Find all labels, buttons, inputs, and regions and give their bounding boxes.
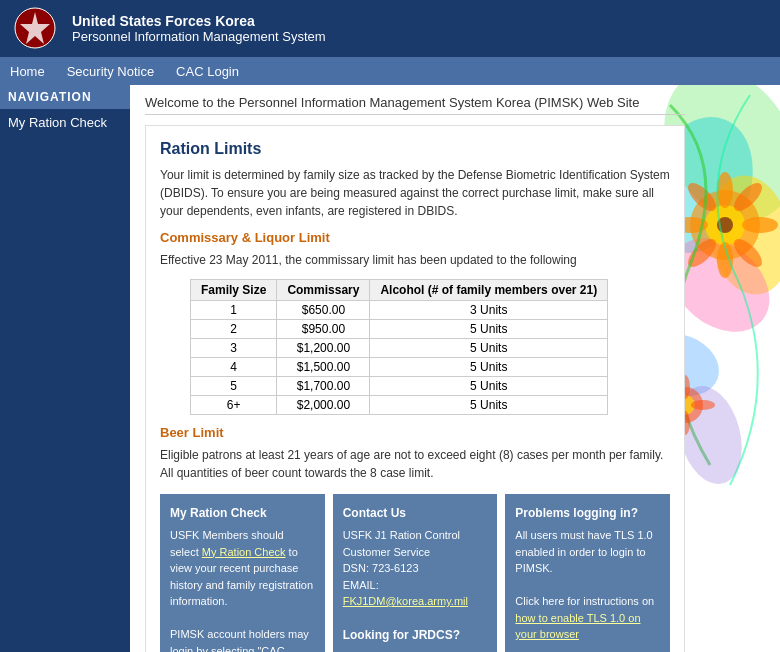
table-cell: 5 Units (370, 396, 608, 415)
info-box-2-title: Contact Us (343, 504, 488, 522)
content-inner: Welcome to the Personnel Information Man… (130, 85, 700, 652)
org-name: United States Forces Korea (72, 13, 326, 29)
section-title: Ration Limits (160, 140, 670, 158)
tls-link[interactable]: how to enable TLS 1.0 on your browser (515, 612, 640, 641)
table-cell: 3 Units (370, 301, 608, 320)
table-cell: $1,200.00 (277, 339, 370, 358)
table-cell: 5 Units (370, 320, 608, 339)
navbar: Home Security Notice CAC Login (0, 57, 780, 85)
table-cell: $650.00 (277, 301, 370, 320)
table-row: 3$1,200.005 Units (191, 339, 608, 358)
login-body: All users must have TLS 1.0 enabled in o… (515, 527, 660, 577)
jrdcs-title: Looking for JRDCS? (343, 626, 488, 644)
info-box-contact: Contact Us USFK J1 Ration Control Custom… (333, 494, 498, 652)
contact-email: EMAIL: FKJ1DM@korea.army.mil (343, 577, 488, 610)
login-instructions: Click here for instructions on how to en… (515, 593, 660, 643)
table-cell: 5 Units (370, 339, 608, 358)
system-name: Personnel Information Management System (72, 29, 326, 44)
my-ration-check-link[interactable]: My Ration Check (202, 546, 286, 558)
table-row: 1$650.003 Units (191, 301, 608, 320)
contact-body: USFK J1 Ration Control Customer Service (343, 527, 488, 560)
table-cell: 4 (191, 358, 277, 377)
table-cell: 5 (191, 377, 277, 396)
header-text: United States Forces Korea Personnel Inf… (72, 13, 326, 44)
table-row: 5$1,700.005 Units (191, 377, 608, 396)
info-box-1-title: My Ration Check (170, 504, 315, 522)
commissary-title: Commissary & Liquor Limit (160, 230, 670, 245)
nav-security-notice[interactable]: Security Notice (65, 60, 156, 83)
main-content-box: Ration Limits Your limit is determined b… (145, 125, 685, 652)
contact-dsn: DSN: 723-6123 (343, 560, 488, 577)
info-box-login: Problems logging in? All users must have… (505, 494, 670, 652)
contact-email-link[interactable]: FKJ1DM@korea.army.mil (343, 595, 468, 607)
info-box-3-title: Problems logging in? (515, 504, 660, 522)
table-cell: $1,500.00 (277, 358, 370, 377)
nav-home[interactable]: Home (8, 60, 47, 83)
table-header-family-size: Family Size (191, 280, 277, 301)
table-cell: 3 (191, 339, 277, 358)
table-cell: $2,000.00 (277, 396, 370, 415)
welcome-heading: Welcome to the Personnel Information Man… (145, 95, 685, 115)
table-row: 6+$2,000.005 Units (191, 396, 608, 415)
commissary-intro: Effective 23 May 2011, the commissary li… (160, 251, 670, 269)
table-row: 2$950.005 Units (191, 320, 608, 339)
table-cell: 2 (191, 320, 277, 339)
page-header: United States Forces Korea Personnel Inf… (0, 0, 780, 57)
table-cell: 5 Units (370, 358, 608, 377)
table-cell: $950.00 (277, 320, 370, 339)
ration-table: Family Size Commissary Alcohol (# of fam… (190, 279, 608, 415)
sidebar-item-my-ration-check[interactable]: My Ration Check (0, 109, 130, 136)
info-box-1-body2: PIMSK account holders may login by selec… (170, 626, 315, 652)
table-cell: 5 Units (370, 377, 608, 396)
main-layout: NAVIGATION My Ration Check (0, 85, 780, 652)
sidebar-nav-label: NAVIGATION (0, 85, 130, 109)
beer-text: Eligible patrons at least 21 years of ag… (160, 446, 670, 482)
usfk-logo (10, 6, 60, 51)
info-box-my-ration-check: My Ration Check USFK Members should sele… (160, 494, 325, 652)
table-header-commissary: Commissary (277, 280, 370, 301)
beer-title: Beer Limit (160, 425, 670, 440)
table-header-alcohol: Alcohol (# of family members over 21) (370, 280, 608, 301)
nav-cac-login[interactable]: CAC Login (174, 60, 241, 83)
info-box-1-body: USFK Members should select My Ration Che… (170, 527, 315, 610)
intro-text: Your limit is determined by family size … (160, 166, 670, 220)
table-row: 4$1,500.005 Units (191, 358, 608, 377)
svg-point-12 (742, 217, 778, 233)
table-cell: 1 (191, 301, 277, 320)
info-boxes: My Ration Check USFK Members should sele… (160, 494, 670, 652)
table-cell: 6+ (191, 396, 277, 415)
svg-point-9 (717, 172, 733, 208)
content-area: Welcome to the Personnel Information Man… (130, 85, 780, 652)
sidebar: NAVIGATION My Ration Check (0, 85, 130, 652)
table-cell: $1,700.00 (277, 377, 370, 396)
